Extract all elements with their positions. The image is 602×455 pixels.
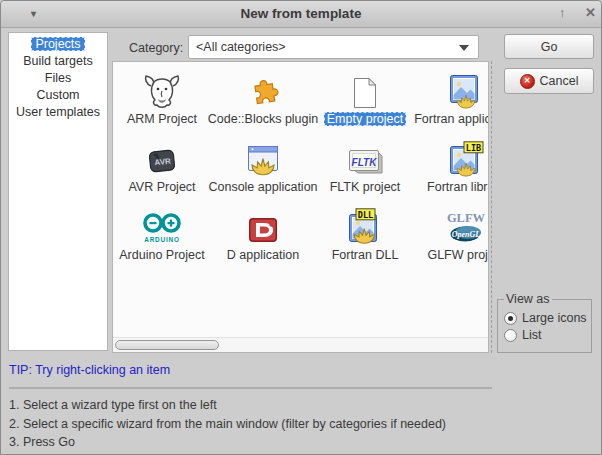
category-selected-value: <All categories> — [196, 40, 286, 54]
radio-label: List — [522, 328, 541, 342]
window-title: New from template — [1, 6, 601, 21]
new-from-template-dialog: { "window": { "title": "New from templat… — [0, 0, 602, 455]
svg-text:GLFW: GLFW — [447, 211, 486, 225]
view-as-option-list[interactable]: List — [504, 328, 591, 342]
cancel-button-label: Cancel — [540, 74, 579, 88]
shade-icon[interactable]: ↑ — [559, 5, 566, 20]
svg-text:FLTK: FLTK — [352, 157, 378, 168]
chevron-down-icon — [459, 45, 469, 51]
fortran-lib-icon: LIB — [448, 136, 485, 178]
radio-button-icon[interactable] — [504, 329, 517, 342]
template-item-glfw-project[interactable]: GLFWOpenGL GLFW project — [411, 204, 488, 272]
title-bar: ▾ New from template ↑ ✕ — [1, 1, 601, 28]
template-item-console-application[interactable]: Console application — [207, 136, 319, 204]
svg-text:LIB: LIB — [465, 143, 480, 153]
template-item-fortran-dll[interactable]: DLL Fortran DLL — [319, 204, 411, 272]
instruction-line: 3. Press Go — [9, 433, 446, 452]
tip-text: TIP: Try right-clicking an item — [9, 363, 170, 377]
svg-text:ARDUINO: ARDUINO — [144, 236, 179, 243]
cancel-button[interactable]: ✕ Cancel — [504, 68, 594, 94]
template-item-label: GLFW project — [424, 248, 488, 262]
template-item-label: Code::Blocks plugin — [205, 112, 321, 126]
template-item-label: Fortran DLL — [329, 248, 402, 262]
close-icon[interactable]: ✕ — [585, 5, 596, 20]
svg-text:AVR: AVR — [154, 157, 171, 168]
instruction-line: 2. Select a specific wizard from the mai… — [9, 415, 446, 434]
horizontal-scrollbar[interactable] — [113, 337, 488, 352]
instructions: 1. Select a wizard type first on the lef… — [9, 396, 446, 452]
go-button[interactable]: Go — [504, 34, 594, 59]
arduino-infinity-icon: ARDUINO — [138, 204, 186, 246]
template-item-fltk-project[interactable]: FLTK FLTK project — [319, 136, 411, 204]
svg-text:DLL: DLL — [357, 210, 372, 220]
gnu-head-icon — [142, 68, 182, 110]
template-item-label: FLTK project — [327, 180, 404, 194]
cancel-x-icon: ✕ — [520, 74, 535, 89]
sidebar-item-build-targets[interactable]: Build targets — [9, 53, 107, 70]
template-item-empty-project[interactable]: Empty project — [319, 68, 411, 136]
fltk-key-icon: FLTK — [344, 136, 386, 178]
sidebar-item-label: Files — [41, 71, 75, 85]
fortran-dll-icon: DLL — [347, 204, 384, 246]
template-item-label: ARM Project — [124, 112, 200, 126]
template-item-fortran-application[interactable]: Fortran application — [411, 68, 488, 136]
template-grid: ARM Project Code::Blocks plugin Empty pr… — [113, 62, 488, 337]
blank-page-icon — [350, 68, 380, 110]
view-as-group: View as Large icons List — [497, 292, 592, 353]
template-item-label: Empty project — [324, 112, 406, 126]
go-button-label: Go — [541, 40, 558, 54]
template-item-label: Arduino Project — [116, 248, 207, 262]
template-list-panel: ARM Project Code::Blocks plugin Empty pr… — [112, 61, 489, 353]
sidebar-item-label: User templates — [12, 105, 104, 119]
view-as-option-large-icons[interactable]: Large icons — [504, 311, 591, 325]
avr-chip-icon: AVR — [144, 136, 180, 178]
glfw-opengl-icon: GLFWOpenGL — [443, 204, 488, 246]
puzzle-piece-icon — [245, 68, 281, 110]
console-shell-icon — [244, 136, 282, 178]
scrollbar-thumb[interactable] — [115, 340, 219, 350]
template-item-avr-project[interactable]: AVR AVR Project — [117, 136, 207, 204]
sidebar-item-label: Projects — [31, 37, 84, 51]
view-as-options: Large icons List — [504, 311, 591, 342]
svg-text:OpenGL: OpenGL — [452, 230, 481, 239]
category-label: Category: — [129, 41, 183, 55]
sidebar-item-label: Build targets — [19, 54, 96, 68]
sidebar-item-label: Custom — [32, 88, 83, 102]
sidebar-item-user-templates[interactable]: User templates — [9, 104, 107, 121]
sidebar-item-custom[interactable]: Custom — [9, 87, 107, 104]
template-item-arduino-project[interactable]: ARDUINO Arduino Project — [117, 204, 207, 272]
separator-line — [9, 387, 492, 389]
radio-button-icon[interactable] — [504, 312, 517, 325]
d-letter-icon — [246, 204, 280, 246]
template-item-code-blocks-plugin[interactable]: Code::Blocks plugin — [207, 68, 319, 136]
template-item-label: Fortran application — [411, 112, 488, 126]
category-select[interactable]: <All categories> — [188, 35, 479, 59]
radio-label: Large icons — [522, 311, 587, 325]
wizard-type-list: Projects Build targets Files Custom User… — [8, 32, 108, 351]
sidebar-item-files[interactable]: Files — [9, 70, 107, 87]
template-item-arm-project[interactable]: ARM Project — [117, 68, 207, 136]
template-item-d-application[interactable]: D application — [207, 204, 319, 272]
instruction-line: 1. Select a wizard type first on the lef… — [9, 396, 446, 415]
template-item-label: D application — [224, 248, 302, 262]
template-item-fortran-library[interactable]: LIB Fortran library — [411, 136, 488, 204]
template-item-label: Fortran library — [424, 180, 488, 194]
template-item-label: Console application — [205, 180, 320, 194]
view-as-legend: View as — [504, 292, 552, 306]
fortran-app-icon — [448, 68, 484, 110]
sidebar-item-projects[interactable]: Projects — [9, 36, 107, 53]
panel-edge-divider — [491, 61, 492, 353]
template-item-label: AVR Project — [125, 180, 198, 194]
